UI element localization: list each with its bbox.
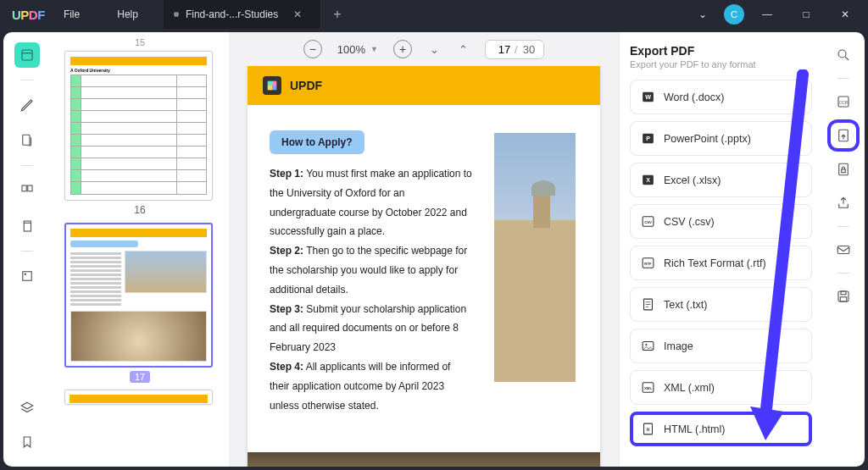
menu-help[interactable]: Help	[98, 8, 157, 20]
rtf-icon: RTF	[641, 256, 655, 270]
svg-rect-38	[840, 297, 847, 301]
svg-rect-3	[22, 185, 26, 191]
svg-rect-35	[837, 246, 849, 254]
word-icon: W	[641, 90, 655, 104]
txt-icon	[641, 297, 655, 312]
page-input[interactable]	[494, 43, 515, 56]
titlebar: UPDF File Help Find-and-...r-Studies ✕ +…	[0, 0, 868, 29]
ocr-tool[interactable]: OCR	[831, 89, 856, 114]
page-content: UPDF How to Apply? Step 1: You must firs…	[248, 66, 600, 467]
window-maximize-button[interactable]: □	[790, 8, 822, 20]
svg-text:CSV: CSV	[644, 220, 652, 224]
app-logo: UPDF	[0, 8, 45, 22]
page-indicator[interactable]: / 30	[485, 40, 544, 59]
export-csv[interactable]: CSVCSV (.csv)	[630, 204, 812, 239]
svg-point-7	[25, 274, 26, 275]
xml-icon: XML	[641, 380, 655, 395]
window-close-button[interactable]: ✕	[829, 8, 861, 20]
crop-tool[interactable]	[14, 263, 40, 289]
thumb-label-17: 17	[64, 371, 215, 383]
thumbnail-page-18[interactable]	[64, 390, 213, 405]
svg-text:X: X	[646, 177, 650, 184]
export-word[interactable]: WWord (.docx)	[630, 80, 812, 114]
save-tool[interactable]	[831, 284, 856, 309]
svg-rect-34	[842, 169, 846, 173]
new-tab-button[interactable]: +	[321, 7, 353, 22]
search-tool[interactable]	[831, 42, 856, 68]
bookmark-tool[interactable]	[14, 429, 40, 455]
page-up-icon[interactable]: ⌃	[456, 43, 470, 56]
svg-rect-4	[28, 185, 32, 191]
annotate-tool[interactable]	[14, 92, 40, 118]
svg-point-23	[645, 344, 647, 346]
thumb-label-15: 15	[64, 37, 215, 47]
edit-tool[interactable]	[14, 128, 40, 153]
copy-tool[interactable]	[14, 213, 40, 239]
document-viewer: − 100% ▼ + ⌄ ⌃ / 30 UPDF How to Apply?	[229, 32, 619, 467]
csv-icon: CSV	[641, 214, 655, 229]
email-tool[interactable]	[831, 237, 856, 263]
tab-title: Find-and-...r-Studies	[186, 8, 278, 20]
svg-text:XML: XML	[644, 386, 652, 390]
zoom-value: 100%	[337, 43, 365, 56]
powerpoint-icon: P	[641, 131, 655, 146]
document-tab[interactable]: Find-and-...r-Studies ✕	[164, 0, 321, 29]
svg-rect-2	[23, 135, 30, 145]
left-toolbar	[3, 32, 51, 467]
svg-text:RTF: RTF	[644, 262, 652, 266]
right-toolbar: OCR	[822, 32, 865, 467]
how-to-apply-chip: How to Apply?	[270, 130, 364, 154]
layers-tool[interactable]	[14, 395, 40, 421]
zoom-dropdown-icon[interactable]: ▼	[370, 45, 378, 53]
thumbnail-page-17[interactable]	[64, 223, 213, 368]
export-panel: Export PDF Export your PDF to any format…	[619, 32, 822, 467]
zoom-out-button[interactable]: −	[303, 40, 322, 58]
svg-text:OCR: OCR	[839, 101, 849, 105]
svg-rect-37	[841, 291, 846, 295]
dropdown-icon[interactable]: ⌄	[688, 8, 717, 20]
share-tool[interactable]	[831, 191, 856, 216]
updf-logo-icon	[263, 76, 281, 95]
excel-icon: X	[641, 173, 655, 187]
export-excel[interactable]: XExcel (.xlsx)	[630, 163, 812, 197]
protect-tool[interactable]	[831, 157, 856, 182]
body-text: Step 1: You must first make an applicati…	[270, 164, 473, 415]
export-rtf[interactable]: RTFRich Text Format (.rtf)	[630, 246, 812, 280]
user-avatar[interactable]: C	[724, 4, 744, 25]
export-subtitle: Export your PDF to any format	[630, 59, 812, 69]
svg-rect-0	[22, 50, 32, 60]
page-image	[492, 130, 578, 384]
svg-text:H: H	[647, 428, 650, 432]
thumbnail-page-16[interactable]: A Oxford University	[64, 51, 213, 201]
window-minimize-button[interactable]: —	[751, 8, 783, 20]
page-image-bottom	[248, 452, 600, 467]
thumbnail-panel: 15 A Oxford University 16	[51, 32, 229, 467]
export-image[interactable]: Image	[630, 329, 812, 363]
export-html[interactable]: HHTML (.html)	[630, 412, 812, 446]
export-title: Export PDF	[630, 44, 812, 58]
viewer-toolbar: − 100% ▼ + ⌄ ⌃ / 30	[229, 32, 619, 66]
svg-line-29	[845, 57, 849, 60]
svg-text:P: P	[646, 135, 650, 142]
svg-rect-5	[24, 223, 31, 231]
svg-rect-6	[23, 272, 32, 281]
tab-indicator-icon	[174, 12, 179, 17]
page-total: 30	[518, 43, 540, 56]
export-xml[interactable]: XMLXML (.xml)	[630, 370, 812, 405]
menu-file[interactable]: File	[45, 8, 98, 20]
svg-point-28	[838, 50, 846, 58]
export-txt[interactable]: Text (.txt)	[630, 287, 812, 322]
thumbnails-tool[interactable]	[14, 42, 40, 68]
zoom-in-button[interactable]: +	[393, 40, 412, 58]
export-tool[interactable]	[831, 123, 856, 148]
thumb-label-16: 16	[64, 204, 215, 216]
image-icon	[641, 339, 655, 353]
page-down-icon[interactable]: ⌄	[427, 43, 441, 56]
tab-close-icon[interactable]: ✕	[285, 8, 310, 20]
svg-text:W: W	[645, 94, 651, 101]
html-icon: H	[641, 422, 655, 436]
organize-tool[interactable]	[14, 178, 40, 203]
export-powerpoint[interactable]: PPowerPoint (.pptx)	[630, 121, 812, 156]
